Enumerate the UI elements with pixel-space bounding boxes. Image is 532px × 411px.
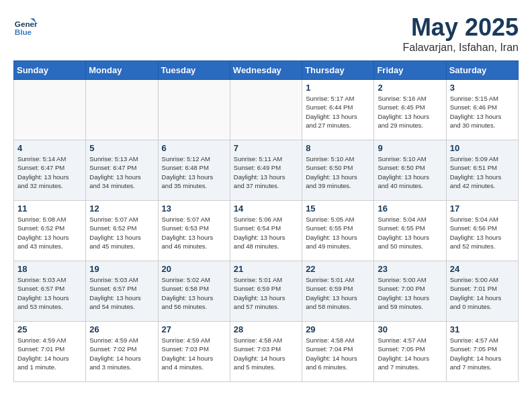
cell-info: Sunrise: 4:59 AMSunset: 7:02 PMDaylight:…	[89, 336, 154, 371]
cell-info: Sunrise: 5:08 AMSunset: 6:52 PMDaylight:…	[17, 215, 82, 250]
cell-info: Sunrise: 5:12 AMSunset: 6:48 PMDaylight:…	[162, 154, 226, 190]
cell-info: Sunrise: 4:59 AMSunset: 7:01 PMDaylight:…	[17, 336, 82, 371]
cell-info: Sunrise: 5:10 AMSunset: 6:50 PMDaylight:…	[306, 154, 370, 190]
calendar-cell: 29Sunrise: 4:58 AMSunset: 7:04 PMDayligh…	[302, 322, 374, 382]
calendar-cell: 23Sunrise: 5:00 AMSunset: 7:00 PMDayligh…	[374, 261, 446, 322]
logo: General Blue	[13, 13, 38, 38]
day-number: 17	[450, 203, 515, 214]
day-number: 2	[378, 83, 442, 93]
cell-info: Sunrise: 5:00 AMSunset: 7:00 PMDaylight:…	[378, 275, 442, 311]
calendar-cell: 19Sunrise: 5:03 AMSunset: 6:57 PMDayligh…	[86, 261, 158, 322]
calendar-cell: 21Sunrise: 5:01 AMSunset: 6:59 PMDayligh…	[230, 261, 302, 322]
calendar-cell	[14, 80, 86, 140]
calendar-title: May 2025	[402, 13, 519, 42]
cell-info: Sunrise: 5:07 AMSunset: 6:53 PMDaylight:…	[162, 215, 226, 250]
day-number: 6	[162, 143, 226, 153]
cell-info: Sunrise: 5:02 AMSunset: 6:58 PMDaylight:…	[162, 275, 226, 311]
calendar-cell: 13Sunrise: 5:07 AMSunset: 6:53 PMDayligh…	[158, 201, 230, 261]
weekday-header-friday: Friday	[374, 61, 446, 80]
calendar-cell: 12Sunrise: 5:07 AMSunset: 6:52 PMDayligh…	[86, 201, 158, 261]
calendar-week-row: 25Sunrise: 4:59 AMSunset: 7:01 PMDayligh…	[14, 322, 519, 382]
weekday-header-row: SundayMondayTuesdayWednesdayThursdayFrid…	[14, 61, 519, 80]
calendar-cell: 4Sunrise: 5:14 AMSunset: 6:47 PMDaylight…	[14, 140, 86, 201]
calendar-cell: 30Sunrise: 4:57 AMSunset: 7:05 PMDayligh…	[374, 322, 446, 382]
cell-info: Sunrise: 5:17 AMSunset: 6:44 PMDaylight:…	[306, 94, 370, 130]
day-number: 22	[306, 264, 370, 274]
day-number: 4	[17, 143, 82, 153]
day-number: 7	[234, 143, 298, 153]
cell-info: Sunrise: 5:15 AMSunset: 6:46 PMDaylight:…	[450, 94, 515, 130]
cell-info: Sunrise: 4:58 AMSunset: 7:04 PMDaylight:…	[306, 336, 370, 371]
calendar-week-row: 1Sunrise: 5:17 AMSunset: 6:44 PMDaylight…	[14, 80, 519, 140]
calendar-cell: 17Sunrise: 5:04 AMSunset: 6:56 PMDayligh…	[446, 201, 518, 261]
cell-info: Sunrise: 5:09 AMSunset: 6:51 PMDaylight:…	[450, 154, 515, 190]
cell-info: Sunrise: 5:00 AMSunset: 7:01 PMDaylight:…	[450, 275, 515, 311]
day-number: 12	[89, 203, 154, 214]
day-number: 1	[306, 83, 370, 93]
calendar-subtitle: Falavarjan, Isfahan, Iran	[402, 42, 519, 54]
page-header: General Blue May 2025 Falavarjan, Isfaha…	[13, 13, 519, 54]
calendar-cell: 3Sunrise: 5:15 AMSunset: 6:46 PMDaylight…	[446, 80, 518, 140]
cell-info: Sunrise: 5:04 AMSunset: 6:56 PMDaylight:…	[450, 215, 515, 250]
day-number: 16	[378, 203, 442, 214]
day-number: 5	[89, 143, 154, 153]
cell-info: Sunrise: 4:57 AMSunset: 7:05 PMDaylight:…	[378, 336, 442, 371]
calendar-cell: 25Sunrise: 4:59 AMSunset: 7:01 PMDayligh…	[14, 322, 86, 382]
calendar-cell: 28Sunrise: 4:58 AMSunset: 7:03 PMDayligh…	[230, 322, 302, 382]
calendar-cell	[230, 80, 302, 140]
day-number: 27	[162, 324, 226, 334]
cell-info: Sunrise: 5:11 AMSunset: 6:49 PMDaylight:…	[234, 154, 298, 190]
day-number: 14	[234, 203, 298, 214]
day-number: 30	[378, 324, 442, 334]
calendar-cell: 8Sunrise: 5:10 AMSunset: 6:50 PMDaylight…	[302, 140, 374, 201]
day-number: 24	[450, 264, 515, 274]
calendar-cell: 15Sunrise: 5:05 AMSunset: 6:55 PMDayligh…	[302, 201, 374, 261]
weekday-header-sunday: Sunday	[14, 61, 86, 80]
day-number: 13	[162, 203, 226, 214]
day-number: 15	[306, 203, 370, 214]
cell-info: Sunrise: 4:57 AMSunset: 7:05 PMDaylight:…	[450, 336, 515, 371]
cell-info: Sunrise: 5:10 AMSunset: 6:50 PMDaylight:…	[378, 154, 442, 190]
calendar-cell: 6Sunrise: 5:12 AMSunset: 6:48 PMDaylight…	[158, 140, 230, 201]
calendar-cell: 20Sunrise: 5:02 AMSunset: 6:58 PMDayligh…	[158, 261, 230, 322]
weekday-header-thursday: Thursday	[302, 61, 374, 80]
day-number: 3	[450, 83, 515, 93]
cell-info: Sunrise: 5:03 AMSunset: 6:57 PMDaylight:…	[17, 275, 82, 311]
day-number: 21	[234, 264, 298, 274]
calendar-cell: 31Sunrise: 4:57 AMSunset: 7:05 PMDayligh…	[446, 322, 518, 382]
day-number: 26	[89, 324, 154, 334]
calendar-cell: 16Sunrise: 5:04 AMSunset: 6:55 PMDayligh…	[374, 201, 446, 261]
day-number: 8	[306, 143, 370, 153]
day-number: 11	[17, 203, 82, 214]
weekday-header-monday: Monday	[86, 61, 158, 80]
day-number: 23	[378, 264, 442, 274]
calendar-cell: 22Sunrise: 5:01 AMSunset: 6:59 PMDayligh…	[302, 261, 374, 322]
day-number: 31	[450, 324, 515, 334]
svg-text:Blue: Blue	[15, 28, 32, 36]
calendar-cell: 14Sunrise: 5:06 AMSunset: 6:54 PMDayligh…	[230, 201, 302, 261]
calendar-cell	[86, 80, 158, 140]
cell-info: Sunrise: 4:59 AMSunset: 7:03 PMDaylight:…	[162, 336, 226, 371]
calendar-week-row: 4Sunrise: 5:14 AMSunset: 6:47 PMDaylight…	[14, 140, 519, 201]
weekday-header-saturday: Saturday	[446, 61, 518, 80]
logo-icon: General Blue	[13, 13, 38, 38]
calendar-cell: 27Sunrise: 4:59 AMSunset: 7:03 PMDayligh…	[158, 322, 230, 382]
calendar-week-row: 11Sunrise: 5:08 AMSunset: 6:52 PMDayligh…	[14, 201, 519, 261]
calendar-cell: 2Sunrise: 5:16 AMSunset: 6:45 PMDaylight…	[374, 80, 446, 140]
title-block: May 2025 Falavarjan, Isfahan, Iran	[402, 13, 519, 54]
calendar-cell: 7Sunrise: 5:11 AMSunset: 6:49 PMDaylight…	[230, 140, 302, 201]
cell-info: Sunrise: 5:14 AMSunset: 6:47 PMDaylight:…	[17, 154, 82, 190]
day-number: 10	[450, 143, 515, 153]
calendar-cell: 5Sunrise: 5:13 AMSunset: 6:47 PMDaylight…	[86, 140, 158, 201]
calendar-table: SundayMondayTuesdayWednesdayThursdayFrid…	[13, 60, 519, 382]
cell-info: Sunrise: 5:13 AMSunset: 6:47 PMDaylight:…	[89, 154, 154, 190]
cell-info: Sunrise: 5:16 AMSunset: 6:45 PMDaylight:…	[378, 94, 442, 130]
calendar-cell: 10Sunrise: 5:09 AMSunset: 6:51 PMDayligh…	[446, 140, 518, 201]
cell-info: Sunrise: 5:01 AMSunset: 6:59 PMDaylight:…	[234, 275, 298, 311]
calendar-cell: 24Sunrise: 5:00 AMSunset: 7:01 PMDayligh…	[446, 261, 518, 322]
cell-info: Sunrise: 5:07 AMSunset: 6:52 PMDaylight:…	[89, 215, 154, 250]
cell-info: Sunrise: 5:01 AMSunset: 6:59 PMDaylight:…	[306, 275, 370, 311]
calendar-cell: 1Sunrise: 5:17 AMSunset: 6:44 PMDaylight…	[302, 80, 374, 140]
cell-info: Sunrise: 5:04 AMSunset: 6:55 PMDaylight:…	[378, 215, 442, 250]
calendar-cell: 9Sunrise: 5:10 AMSunset: 6:50 PMDaylight…	[374, 140, 446, 201]
